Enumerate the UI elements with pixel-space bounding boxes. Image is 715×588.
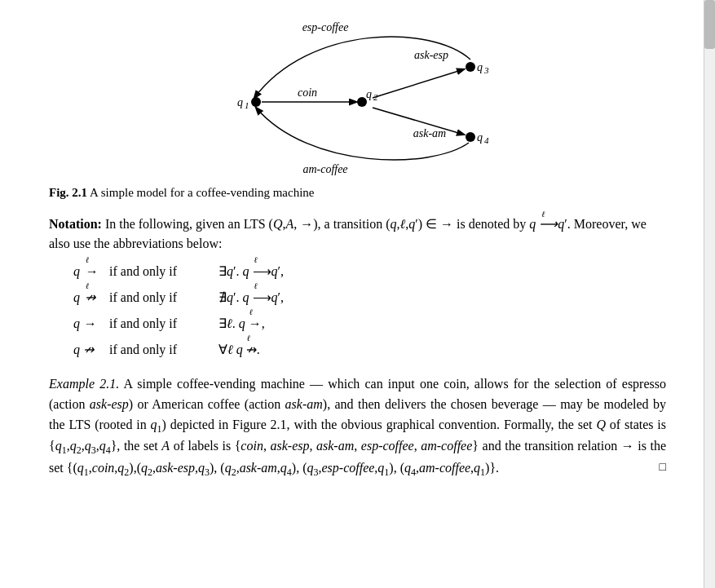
right-1: ∃q′. q ⟶ ℓ q′, (218, 259, 284, 285)
notation-row-1: q → ℓ if and only if ∃q′. q ⟶ ℓ q′, (73, 259, 666, 285)
fig-label: Fig. 2.1 (49, 186, 87, 199)
svg-text:esp-coffee: esp-coffee (302, 21, 348, 33)
sym-2: q ↛ ℓ (73, 285, 106, 311)
notation-row-4: q ↛ if and only if ∀ℓ q ↛ ℓ . (73, 337, 666, 363)
svg-text:q: q (477, 131, 483, 144)
svg-text:q: q (237, 96, 243, 108)
notation-row-2: q ↛ ℓ if and only if ∄q′. q ⟶ ℓ q′, (73, 285, 666, 311)
svg-text:3: 3 (483, 65, 489, 75)
sym-3: q → (73, 311, 106, 337)
diagram-area: esp-coffee ask-esp coin q 1 q 2 q 3 (146, 16, 570, 179)
svg-text:4: 4 (484, 135, 489, 145)
svg-text:q: q (477, 61, 483, 73)
sym-1: q → ℓ (73, 259, 106, 285)
notation-paragraph: Notation: In the following, given an LTS… (49, 214, 666, 254)
notation-heading: Notation: (49, 217, 102, 231)
example-paragraph: Example 2.1. A simple coffee-vending mac… (49, 374, 666, 480)
example-label: Example 2.1. (49, 377, 119, 391)
svg-point-12 (466, 132, 475, 142)
cond-2: if and only if (109, 285, 215, 311)
svg-text:2: 2 (373, 92, 378, 102)
qed-symbol: □ (660, 458, 666, 476)
cond-3: if and only if (109, 311, 215, 337)
svg-point-9 (466, 62, 475, 72)
arrow-list: q → ℓ if and only if ∃q′. q ⟶ ℓ q′, q ↛ (73, 259, 666, 363)
svg-text:ask-am: ask-am (413, 127, 445, 139)
svg-text:ask-esp: ask-esp (414, 49, 448, 61)
right-4: ∀ℓ q ↛ ℓ . (218, 337, 260, 363)
svg-text:am-coffee: am-coffee (302, 163, 347, 175)
notation-row-3: q → if and only if ∃ℓ. q → ℓ , (73, 311, 666, 337)
notation-section: Notation: In the following, given an LTS… (49, 214, 666, 363)
scrollbar-thumb[interactable] (704, 0, 715, 49)
figure-container: esp-coffee ask-esp coin q 1 q 2 q 3 (49, 16, 666, 200)
sym-4: q ↛ (73, 337, 106, 363)
cond-1: if and only if (109, 259, 215, 285)
svg-text:1: 1 (245, 100, 249, 110)
scrollbar[interactable] (704, 0, 715, 588)
svg-text:coin: coin (297, 86, 316, 99)
svg-point-3 (251, 97, 261, 107)
cond-4: if and only if (109, 337, 215, 363)
right-3: ∃ℓ. q → ℓ , (218, 311, 265, 337)
svg-text:q: q (366, 88, 372, 100)
example-section: Example 2.1. A simple coffee-vending mac… (49, 374, 666, 480)
fig-caption-text: A simple model for a coffee-vending mach… (90, 186, 314, 199)
figure-caption: Fig. 2.1 A simple model for a coffee-ven… (49, 186, 315, 200)
